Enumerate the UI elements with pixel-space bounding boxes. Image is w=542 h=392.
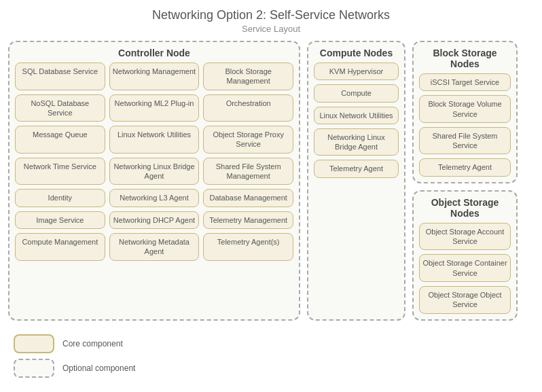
list-item: Object Storage Container Service (419, 254, 511, 282)
list-item: Networking DHCP Agent (109, 211, 200, 229)
list-item: Identity (15, 189, 105, 207)
list-item: Message Queue (15, 126, 105, 154)
list-item: Orchestration (203, 94, 293, 122)
list-item: Networking Linux Bridge Agent (109, 158, 200, 185)
list-item: Shared File System Service (419, 127, 511, 155)
core-component-icon (14, 334, 54, 353)
controller-grid: SQL Database Service Networking Manageme… (15, 63, 293, 261)
list-item: Block Storage Volume Service (419, 95, 511, 123)
controller-node: Controller Node SQL Database Service Net… (8, 41, 300, 321)
list-item: Compute Management (15, 233, 105, 261)
list-item: Shared File System Management (203, 158, 293, 185)
list-item: Block Storage Management (203, 63, 293, 90)
list-item: Object Storage Object Service (419, 286, 511, 314)
block-storage-title: Block Storage Nodes (419, 48, 511, 69)
list-item: Object Storage Proxy Service (203, 126, 293, 154)
list-item: Networking ML2 Plug-in (109, 94, 200, 122)
core-label: Core component (62, 339, 123, 349)
block-storage-grid: iSCSI Target Service Block Storage Volum… (419, 73, 511, 177)
right-column: Block Storage Nodes iSCSI Target Service… (412, 41, 518, 321)
list-item: Telemetry Management (203, 211, 293, 229)
page-title: Networking Option 2: Self-Service Networ… (0, 8, 542, 22)
compute-grid: KVM Hypervisor Compute Linux Network Uti… (314, 63, 399, 178)
controller-node-title: Controller Node (15, 48, 293, 58)
list-item: Telemetry Agent(s) (203, 233, 293, 261)
block-storage-nodes: Block Storage Nodes iSCSI Target Service… (412, 41, 518, 183)
object-storage-grid: Object Storage Account Service Object St… (419, 223, 511, 314)
object-storage-title: Object Storage Nodes (419, 197, 511, 219)
list-item: iSCSI Target Service (419, 73, 511, 91)
legend: Core component Optional component (0, 327, 542, 385)
page-subtitle: Service Layout (0, 24, 542, 34)
list-item: Object Storage Account Service (419, 223, 511, 251)
list-item: Linux Network Utilities (109, 126, 200, 154)
optional-component-icon (14, 359, 54, 378)
list-item: SQL Database Service (15, 63, 105, 90)
compute-nodes-title: Compute Nodes (314, 48, 399, 58)
list-item: Image Service (15, 211, 105, 229)
list-item: Telemetry Agent (419, 158, 511, 176)
compute-nodes: Compute Nodes KVM Hypervisor Compute Lin… (307, 41, 405, 321)
object-storage-nodes: Object Storage Nodes Object Storage Acco… (412, 190, 518, 321)
list-item: Networking Metadata Agent (109, 233, 200, 261)
list-item: KVM Hypervisor (314, 63, 399, 80)
list-item: Networking L3 Agent (109, 189, 200, 207)
list-item: Database Management (203, 189, 293, 207)
list-item: Compute (314, 84, 399, 102)
list-item: Networking Linux Bridge Agent (314, 128, 399, 156)
list-item: Telemetry Agent (314, 160, 399, 177)
list-item: Network Time Service (15, 158, 105, 185)
list-item: Networking Management (109, 63, 200, 90)
legend-core: Core component (14, 334, 528, 353)
legend-optional: Optional component (14, 359, 528, 378)
optional-label: Optional component (62, 363, 135, 373)
list-item: NoSQL Database Service (15, 94, 105, 122)
list-item: Linux Network Utilities (314, 107, 399, 124)
